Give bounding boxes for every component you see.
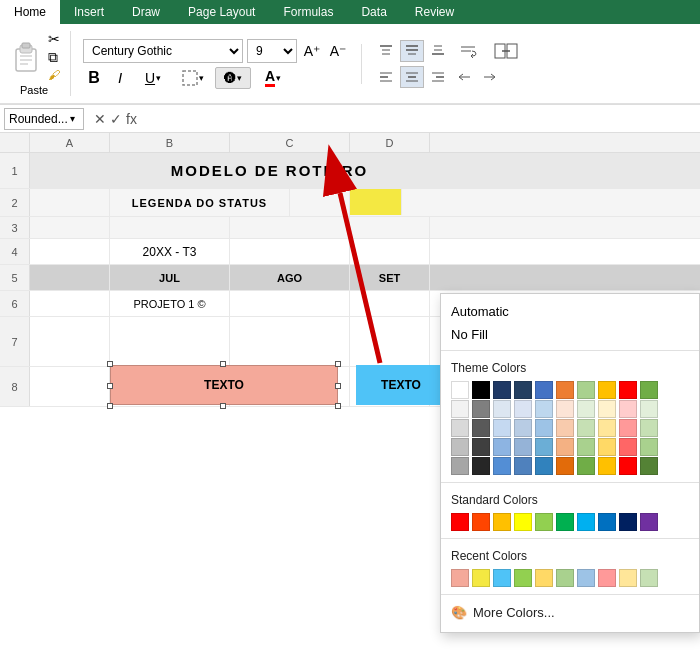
- cell-c5[interactable]: AGO: [230, 265, 350, 290]
- theme-color-swatch[interactable]: [493, 438, 511, 456]
- cell-c4[interactable]: [230, 239, 350, 264]
- cell-d3[interactable]: [350, 217, 430, 238]
- formula-input[interactable]: [147, 108, 696, 130]
- theme-color-swatch[interactable]: [577, 400, 595, 418]
- font-color-button[interactable]: A ▾: [255, 67, 291, 89]
- cell-a1[interactable]: [30, 153, 110, 188]
- align-center-button[interactable]: [400, 66, 424, 88]
- more-colors-button[interactable]: 🎨 More Colors...: [441, 599, 699, 626]
- theme-color-swatch[interactable]: [472, 438, 490, 456]
- theme-color-swatch[interactable]: [493, 457, 511, 475]
- theme-color-swatch[interactable]: [535, 381, 553, 399]
- theme-color-swatch[interactable]: [640, 419, 658, 437]
- size-selector[interactable]: 9: [247, 39, 297, 63]
- align-top-button[interactable]: [374, 40, 398, 62]
- theme-color-swatch[interactable]: [535, 400, 553, 418]
- cell-b1[interactable]: MODELO DE ROTEIRO: [110, 153, 430, 188]
- cell-c6[interactable]: [230, 291, 350, 316]
- standard-color-swatch[interactable]: [619, 513, 637, 531]
- theme-color-swatch[interactable]: [577, 457, 595, 475]
- theme-color-swatch[interactable]: [556, 381, 574, 399]
- name-box-dropdown-icon[interactable]: ▾: [70, 113, 75, 124]
- cell-a7[interactable]: [30, 317, 110, 366]
- theme-color-swatch[interactable]: [514, 400, 532, 418]
- recent-color-swatch[interactable]: [472, 569, 490, 587]
- theme-color-swatch[interactable]: [451, 400, 469, 418]
- tab-home[interactable]: Home: [0, 0, 60, 24]
- automatic-option[interactable]: Automatic: [441, 300, 699, 323]
- wrap-text-button[interactable]: [452, 40, 484, 62]
- font-selector[interactable]: Century Gothic: [83, 39, 243, 63]
- tab-draw[interactable]: Draw: [118, 0, 174, 24]
- theme-color-swatch[interactable]: [451, 381, 469, 399]
- theme-color-swatch[interactable]: [619, 438, 637, 456]
- cell-d5[interactable]: SET: [350, 265, 430, 290]
- cell-b7[interactable]: [110, 317, 230, 366]
- theme-color-swatch[interactable]: [598, 381, 616, 399]
- tab-review[interactable]: Review: [401, 0, 468, 24]
- standard-color-swatch[interactable]: [514, 513, 532, 531]
- cell-a2[interactable]: [30, 189, 110, 216]
- grow-font-button[interactable]: A⁺: [301, 40, 323, 62]
- cell-b5[interactable]: JUL: [110, 265, 230, 290]
- theme-color-swatch[interactable]: [640, 400, 658, 418]
- cell-a6[interactable]: [30, 291, 110, 316]
- italic-button[interactable]: I: [109, 67, 131, 89]
- no-fill-option[interactable]: No Fill: [441, 323, 699, 346]
- cell-a8[interactable]: [30, 367, 110, 406]
- theme-color-swatch[interactable]: [472, 457, 490, 475]
- align-bottom-button[interactable]: [426, 40, 450, 62]
- handle-tm[interactable]: [220, 361, 226, 367]
- cancel-formula-icon[interactable]: ✕: [94, 111, 106, 127]
- theme-color-swatch[interactable]: [472, 381, 490, 399]
- merge-center-button[interactable]: [486, 40, 526, 62]
- theme-color-swatch[interactable]: [640, 457, 658, 475]
- recent-color-swatch[interactable]: [451, 569, 469, 587]
- theme-color-swatch[interactable]: [598, 419, 616, 437]
- standard-color-swatch[interactable]: [493, 513, 511, 531]
- theme-color-swatch[interactable]: [535, 419, 553, 437]
- theme-color-swatch[interactable]: [598, 400, 616, 418]
- cell-c7[interactable]: [230, 317, 350, 366]
- recent-color-swatch[interactable]: [577, 569, 595, 587]
- tab-formulas[interactable]: Formulas: [269, 0, 347, 24]
- theme-color-swatch[interactable]: [493, 419, 511, 437]
- theme-color-swatch[interactable]: [577, 438, 595, 456]
- cell-d4[interactable]: [350, 239, 430, 264]
- cell-b4[interactable]: 20XX - T3: [110, 239, 230, 264]
- handle-bm[interactable]: [220, 403, 226, 409]
- recent-color-swatch[interactable]: [598, 569, 616, 587]
- theme-color-swatch[interactable]: [619, 457, 637, 475]
- theme-color-swatch[interactable]: [451, 438, 469, 456]
- handle-ml[interactable]: [107, 383, 113, 389]
- standard-color-swatch[interactable]: [577, 513, 595, 531]
- standard-color-swatch[interactable]: [535, 513, 553, 531]
- align-middle-button[interactable]: [400, 40, 424, 62]
- border-button[interactable]: ▾: [175, 67, 211, 89]
- paste-icon[interactable]: [8, 39, 44, 75]
- theme-color-swatch[interactable]: [514, 419, 532, 437]
- theme-color-swatch[interactable]: [514, 381, 532, 399]
- handle-br[interactable]: [335, 403, 341, 409]
- align-left-button[interactable]: [374, 66, 398, 88]
- name-box[interactable]: Rounded... ▾: [4, 108, 84, 130]
- handle-tl[interactable]: [107, 361, 113, 367]
- highlight-button[interactable]: 🅐 ▾: [215, 67, 251, 89]
- cell-c2[interactable]: [290, 189, 350, 216]
- format-painter-icon[interactable]: 🖌: [48, 68, 60, 82]
- theme-color-swatch[interactable]: [640, 438, 658, 456]
- theme-color-swatch[interactable]: [451, 419, 469, 437]
- cell-b6[interactable]: PROJETO 1 ©: [110, 291, 230, 316]
- theme-color-swatch[interactable]: [619, 419, 637, 437]
- cell-a5[interactable]: [30, 265, 110, 290]
- theme-color-swatch[interactable]: [451, 457, 469, 475]
- handle-tr[interactable]: [335, 361, 341, 367]
- shrink-font-button[interactable]: A⁻: [327, 40, 349, 62]
- standard-color-swatch[interactable]: [451, 513, 469, 531]
- cell-a4[interactable]: [30, 239, 110, 264]
- cut-icon[interactable]: ✂: [48, 31, 60, 47]
- cyan-text-shape[interactable]: TEXTO: [356, 365, 446, 405]
- theme-color-swatch[interactable]: [472, 400, 490, 418]
- standard-color-swatch[interactable]: [640, 513, 658, 531]
- underline-button[interactable]: U ▾: [135, 67, 171, 89]
